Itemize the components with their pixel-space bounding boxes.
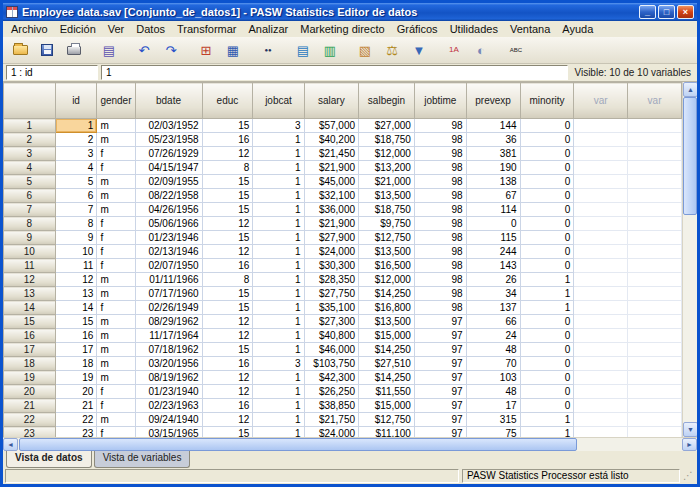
cell-5-var[interactable] — [574, 175, 628, 189]
row-header-18[interactable]: 18 — [4, 357, 56, 371]
cell-11-var[interactable] — [574, 259, 628, 273]
cell-15-var[interactable] — [628, 315, 682, 329]
cell-8-salbegin[interactable]: $9,750 — [359, 217, 415, 231]
cell-19-jobtime[interactable]: 97 — [414, 371, 466, 385]
cell-8-salary[interactable]: $21,900 — [304, 217, 358, 231]
row-header-6[interactable]: 6 — [4, 189, 56, 203]
cell-9-gender[interactable]: f — [97, 231, 135, 245]
cell-5-jobcat[interactable]: 1 — [253, 175, 304, 189]
cell-20-prevexp[interactable]: 48 — [466, 385, 520, 399]
cell-16-jobcat[interactable]: 1 — [253, 329, 304, 343]
cell-10-salary[interactable]: $24,000 — [304, 245, 358, 259]
cell-4-salbegin[interactable]: $13,200 — [359, 161, 415, 175]
tab-vista-de-variables[interactable]: Vista de variables — [94, 451, 191, 468]
redo-button[interactable]: ↷ — [158, 39, 184, 62]
cell-17-var[interactable] — [628, 343, 682, 357]
cell-4-educ[interactable]: 8 — [202, 161, 253, 175]
row-header-10[interactable]: 10 — [4, 245, 56, 259]
variables-button[interactable]: ▦ — [220, 39, 246, 62]
cell-20-id[interactable]: 20 — [55, 385, 97, 399]
cell-23-minority[interactable]: 1 — [520, 427, 574, 438]
cell-14-salbegin[interactable]: $16,800 — [359, 301, 415, 315]
row-header-5[interactable]: 5 — [4, 175, 56, 189]
cell-20-salary[interactable]: $26,250 — [304, 385, 358, 399]
resize-grip[interactable]: ⋰ — [683, 469, 695, 483]
row-header-12[interactable]: 12 — [4, 273, 56, 287]
cell-15-jobtime[interactable]: 97 — [414, 315, 466, 329]
cell-16-minority[interactable]: 0 — [520, 329, 574, 343]
cell-15-id[interactable]: 15 — [55, 315, 97, 329]
cell-21-educ[interactable]: 16 — [202, 399, 253, 413]
cell-8-prevexp[interactable]: 0 — [466, 217, 520, 231]
cell-3-jobcat[interactable]: 1 — [253, 147, 304, 161]
cell-15-salbegin[interactable]: $13,500 — [359, 315, 415, 329]
menu-ver[interactable]: Ver — [102, 22, 131, 36]
column-header-prevexp[interactable]: prevexp — [466, 83, 520, 119]
cell-9-salary[interactable]: $27,900 — [304, 231, 358, 245]
grid-corner-cell[interactable] — [4, 83, 56, 119]
cell-5-educ[interactable]: 15 — [202, 175, 253, 189]
cell-23-jobcat[interactable]: 1 — [253, 427, 304, 438]
cell-1-var[interactable] — [628, 119, 682, 133]
cell-3-gender[interactable]: f — [97, 147, 135, 161]
cell-17-var[interactable] — [574, 343, 628, 357]
cell-7-minority[interactable]: 0 — [520, 203, 574, 217]
cell-11-salary[interactable]: $30,300 — [304, 259, 358, 273]
save-button[interactable] — [34, 39, 60, 62]
cell-23-var[interactable] — [628, 427, 682, 438]
row-header-16[interactable]: 16 — [4, 329, 56, 343]
cell-6-id[interactable]: 6 — [55, 189, 97, 203]
cell-13-var[interactable] — [628, 287, 682, 301]
cell-14-minority[interactable]: 1 — [520, 301, 574, 315]
row-header-4[interactable]: 4 — [4, 161, 56, 175]
cell-10-educ[interactable]: 12 — [202, 245, 253, 259]
cell-9-jobcat[interactable]: 1 — [253, 231, 304, 245]
cell-17-salbegin[interactable]: $14,250 — [359, 343, 415, 357]
cell-2-var[interactable] — [574, 133, 628, 147]
cell-19-educ[interactable]: 12 — [202, 371, 253, 385]
cell-5-prevexp[interactable]: 138 — [466, 175, 520, 189]
goto-case-button[interactable]: ⊞ — [193, 39, 219, 62]
cell-18-salary[interactable]: $103,750 — [304, 357, 358, 371]
cell-21-var[interactable] — [574, 399, 628, 413]
cell-4-id[interactable]: 4 — [55, 161, 97, 175]
cell-8-minority[interactable]: 0 — [520, 217, 574, 231]
cell-21-jobcat[interactable]: 1 — [253, 399, 304, 413]
row-header-1[interactable]: 1 — [4, 119, 56, 133]
cell-5-jobtime[interactable]: 98 — [414, 175, 466, 189]
cell-16-var[interactable] — [574, 329, 628, 343]
cell-14-var[interactable] — [574, 301, 628, 315]
cell-8-var[interactable] — [628, 217, 682, 231]
cell-7-jobcat[interactable]: 1 — [253, 203, 304, 217]
horizontal-scroll-track[interactable] — [18, 438, 682, 451]
cell-19-prevexp[interactable]: 103 — [466, 371, 520, 385]
cell-6-var[interactable] — [574, 189, 628, 203]
cell-17-jobtime[interactable]: 97 — [414, 343, 466, 357]
cell-2-minority[interactable]: 0 — [520, 133, 574, 147]
cell-7-jobtime[interactable]: 98 — [414, 203, 466, 217]
column-header-salbegin[interactable]: salbegin — [359, 83, 415, 119]
cell-8-id[interactable]: 8 — [55, 217, 97, 231]
cell-18-jobtime[interactable]: 97 — [414, 357, 466, 371]
vertical-scrollbar[interactable]: ▲ ▼ — [682, 82, 697, 437]
cell-17-jobcat[interactable]: 1 — [253, 343, 304, 357]
cell-18-prevexp[interactable]: 70 — [466, 357, 520, 371]
cell-20-bdate[interactable]: 01/23/1940 — [135, 385, 202, 399]
cell-17-educ[interactable]: 15 — [202, 343, 253, 357]
vertical-scroll-track[interactable] — [683, 97, 697, 422]
cell-11-gender[interactable]: f — [97, 259, 135, 273]
cell-1-bdate[interactable]: 02/03/1952 — [135, 119, 202, 133]
weight-cases-button[interactable]: ⚖ — [379, 39, 405, 62]
cell-11-bdate[interactable]: 02/07/1950 — [135, 259, 202, 273]
cell-21-salbegin[interactable]: $15,000 — [359, 399, 415, 413]
cell-22-salary[interactable]: $21,750 — [304, 413, 358, 427]
cell-16-bdate[interactable]: 11/17/1964 — [135, 329, 202, 343]
cell-22-salbegin[interactable]: $12,750 — [359, 413, 415, 427]
cell-9-minority[interactable]: 0 — [520, 231, 574, 245]
cell-22-bdate[interactable]: 09/24/1940 — [135, 413, 202, 427]
cell-10-var[interactable] — [628, 245, 682, 259]
cell-12-prevexp[interactable]: 26 — [466, 273, 520, 287]
cell-1-educ[interactable]: 15 — [202, 119, 253, 133]
cell-3-var[interactable] — [574, 147, 628, 161]
cell-7-var[interactable] — [628, 203, 682, 217]
